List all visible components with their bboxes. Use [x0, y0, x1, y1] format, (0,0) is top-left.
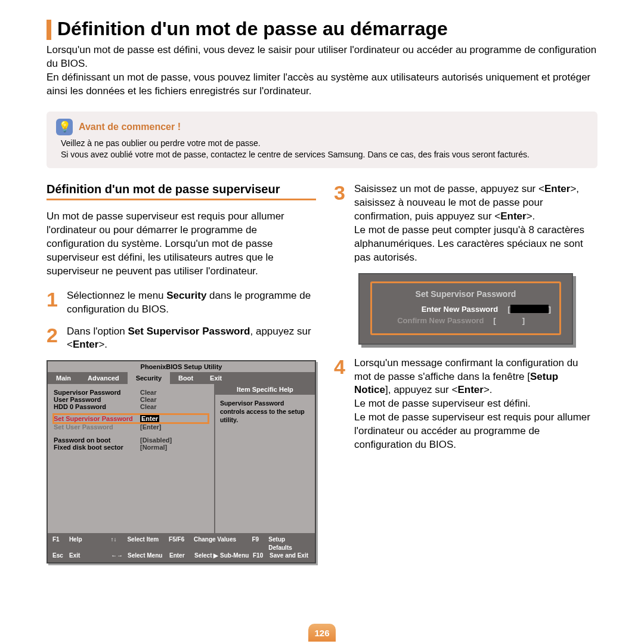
step-4: 4 Lorsqu'un message confirmant la config… [334, 357, 597, 453]
bios-help-body: Supervisor Password controls access to t… [215, 395, 315, 429]
bios-selected-row: Set Supervisor PasswordEnter [54, 414, 208, 423]
bios-tabs: Main Advanced Security Boot Exit [48, 372, 315, 384]
bios-tab-boot: Boot [170, 372, 202, 384]
bios-tab-security: Security [128, 372, 170, 384]
bios-window-title: PhoenixBIOS Setup Utility [48, 361, 315, 372]
password-dialog: Set Supervisor Password Enter New Passwo… [358, 273, 573, 345]
note-line-1: Veillez à ne pas oublier ou perdre votre… [61, 138, 588, 150]
bios-tab-exit: Exit [202, 372, 230, 384]
step-3: 3 Saisissez un mot de passe, appuyez sur… [334, 182, 597, 265]
note-box: 💡 Avant de commencer ! Veillez à ne pas … [47, 112, 597, 168]
bios-tab-advanced: Advanced [79, 372, 128, 384]
note-line-2: Si vous avez oublié votre mot de passe, … [61, 149, 588, 161]
bios-left-panel: Supervisor PasswordClear User PasswordCl… [48, 384, 214, 533]
page-number: 126 [308, 624, 336, 642]
sub-heading: Définition d'un mot de passe superviseur [47, 182, 316, 196]
sub-description: Un mot de passe superviseur est requis p… [47, 210, 316, 278]
bios-tab-main: Main [48, 372, 79, 384]
accent-bar [47, 20, 51, 40]
intro-text: Lorsqu'un mot de passe est défini, vous … [47, 44, 597, 98]
bios-screenshot: PhoenixBIOS Setup Utility Main Advanced … [47, 360, 316, 564]
password-input-box [510, 305, 549, 313]
accent-underline [47, 199, 316, 200]
step-1: 1 Sélectionnez le menu Security dans le … [47, 289, 316, 317]
lightbulb-icon: 💡 [56, 119, 73, 135]
note-title: Avant de commencer ! [79, 122, 181, 132]
page-title: Définition d'un mot de passe au démarrag… [57, 18, 448, 40]
bios-help-title: Item Specific Help [215, 384, 315, 395]
dialog-title: Set Supervisor Password [380, 289, 551, 299]
step-2: 2 Dans l'option Set Supervisor Password,… [47, 325, 316, 352]
bios-footer: F1Help ↑↓Select Item F5/F6Change Values … [48, 533, 315, 562]
